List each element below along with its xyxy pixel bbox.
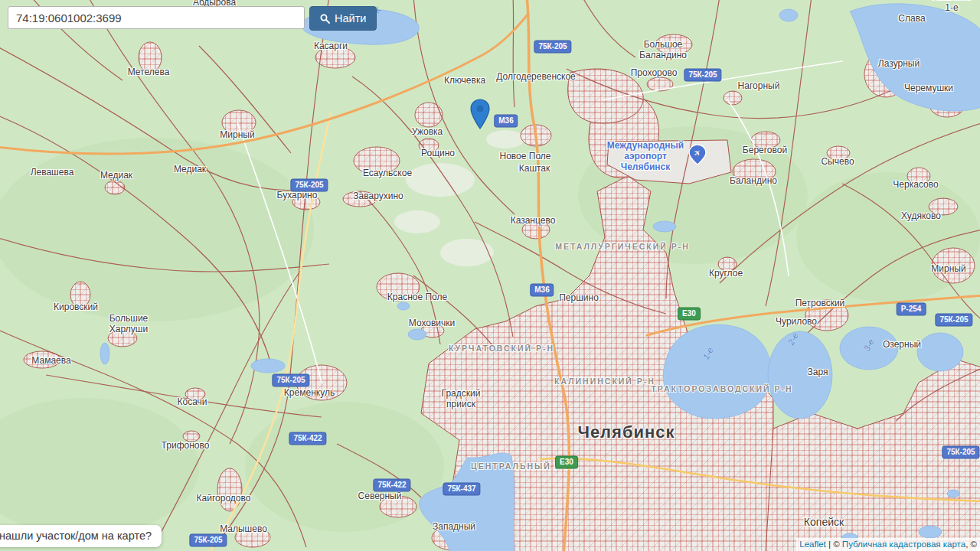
map-application: АбдыроваПашнино 1-еКасаргиКлючевкаДолгод… xyxy=(0,0,980,551)
attribution-separator: | © xyxy=(826,540,842,549)
hint-text: нашли участок/дом на карте? xyxy=(0,530,152,542)
hint-bubble: нашли участок/дом на карте? xyxy=(0,525,162,547)
attribution-suffix: , © xyxy=(965,540,977,549)
search-input[interactable] xyxy=(8,6,305,29)
airport-icon[interactable]: ✈ xyxy=(688,144,707,165)
cadastral-source-link[interactable]: Публичная кадастровая карта xyxy=(842,540,965,549)
map-canvas[interactable]: АбдыроваПашнино 1-еКасаргиКлючевкаДолгод… xyxy=(0,0,980,551)
search-icon xyxy=(320,14,330,24)
search-button[interactable]: Найти xyxy=(309,6,377,31)
map-tiles xyxy=(0,0,980,551)
attribution-bar: Leaflet | © Публичная кадастровая карта,… xyxy=(796,538,980,551)
leaflet-link[interactable]: Leaflet xyxy=(799,540,826,549)
search-result-marker-icon[interactable] xyxy=(470,99,490,129)
search-button-label: Найти xyxy=(335,12,366,24)
